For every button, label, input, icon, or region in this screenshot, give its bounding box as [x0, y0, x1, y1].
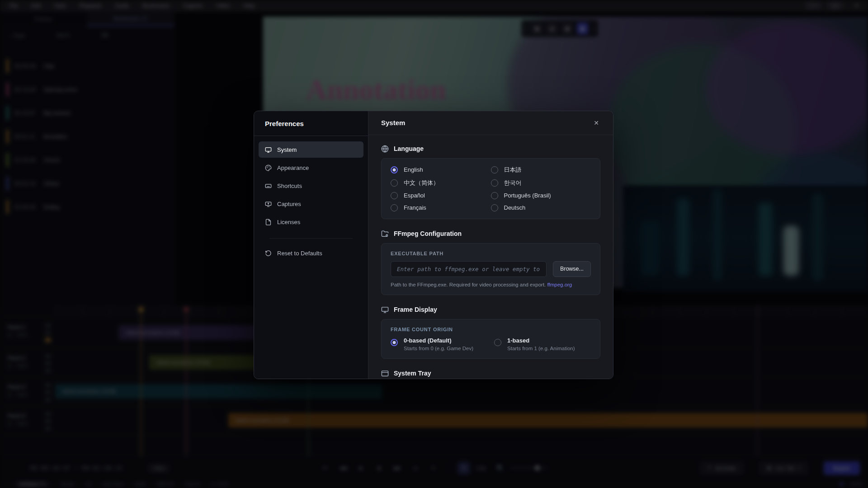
track-toggle-icons[interactable]	[45, 324, 51, 342]
radio-french[interactable]: Français	[391, 204, 491, 211]
skip-end-icon[interactable]: ⏭	[410, 462, 421, 474]
page-title: System	[381, 119, 405, 127]
radio-icon	[391, 192, 398, 199]
loop-icon[interactable]: ↻	[428, 462, 439, 474]
list-item[interactable]: 00:05:08 Clap	[6, 59, 168, 73]
close-window-icon[interactable]: ✕	[849, 1, 864, 9]
window-controls: ─ ▢ ✕	[806, 1, 864, 9]
nav-divider	[269, 238, 353, 239]
list-item[interactable]: 00:02:19 Climax	[6, 177, 168, 190]
menu-audio[interactable]: Audio	[115, 3, 129, 9]
nav-item-captures[interactable]: Captures	[259, 196, 363, 212]
playback-speed[interactable]: 1.0x	[476, 465, 486, 471]
menu-playback[interactable]: Playback	[80, 3, 102, 9]
time-filter-button[interactable]: ‹ Time	[11, 33, 25, 38]
list-item[interactable]: 01:06:00 Ending	[6, 200, 168, 214]
ffmpeg-section-header: FFmpeg Configuration	[381, 230, 600, 238]
sort-button[interactable]: Sort ▾	[57, 33, 70, 38]
radio-spanish[interactable]: Español	[391, 192, 491, 199]
radio-japanese[interactable]: 日本語	[491, 166, 591, 174]
status-right: 00:00	[840, 482, 862, 487]
radio-chinese-simplified[interactable]: 中文（简体）	[391, 179, 491, 187]
toolbar-draw-icon[interactable]: ▤	[546, 23, 558, 34]
menu-bar: File Edit View Playback Audio Bookmarks …	[0, 0, 868, 12]
radio-english[interactable]: English	[391, 166, 491, 174]
timeline-clip[interactable]: Added annotation (13:08)	[55, 384, 382, 399]
menu-video[interactable]: Video	[216, 3, 230, 9]
bookmark-toggle-icon[interactable]: ⚑	[458, 462, 470, 474]
video-preview-secondary[interactable]	[623, 185, 868, 291]
capture-icon	[265, 201, 272, 207]
track-header-4[interactable]: Track 4 1x · 100%	[0, 408, 55, 436]
tab-icon: ▣	[767, 465, 771, 471]
frame-count-origin-label: FRAME COUNT ORIGIN	[391, 327, 591, 332]
track-header-1[interactable]: Track 1 1x · 100%	[0, 320, 55, 348]
radio-icon	[391, 166, 398, 174]
close-icon[interactable]: ✕	[590, 116, 603, 130]
record-icon[interactable]: ●	[373, 462, 385, 474]
timeline-marker-line	[186, 305, 187, 455]
toolbar-next-icon[interactable]: ›	[592, 23, 598, 34]
menu-file[interactable]: File	[9, 3, 18, 9]
next-frame-icon[interactable]: ▶▶	[392, 462, 403, 474]
toolbar-prev-icon[interactable]: ‹	[521, 23, 528, 34]
pen-icon: ✎	[708, 465, 712, 471]
menu-edit[interactable]: Edit	[31, 3, 41, 9]
transport-bar: 00:00:10:07 / 00:02:28:15 24fps ⏮ ◀◀ ▶ ●…	[0, 456, 868, 479]
track-toggle-icons[interactable]	[45, 383, 51, 402]
track-header-2[interactable]: Track 2 1x · 100%	[0, 351, 55, 379]
track-toggle-icons[interactable]	[45, 412, 51, 431]
ffmpeg-path-input[interactable]	[391, 261, 547, 277]
nav-item-reset-defaults[interactable]: Reset to Defaults	[259, 245, 363, 261]
radio-german[interactable]: Deutsch	[491, 204, 591, 211]
nav-item-system[interactable]: System	[259, 141, 363, 158]
menu-help[interactable]: Help	[243, 3, 255, 9]
zoom-slider[interactable]	[510, 467, 548, 469]
radio-icon	[391, 204, 398, 211]
tab-frames[interactable]: Frames	[0, 12, 87, 26]
radio-0-based[interactable]: 0-based (Default) Starts from 0 (e.g. Ga…	[391, 337, 473, 351]
list-item[interactable]: 00:19:07 Big moment	[6, 106, 168, 120]
slider-knob[interactable]	[535, 465, 540, 470]
nav-item-appearance[interactable]: Appearance	[259, 160, 363, 176]
nav-item-licenses[interactable]: Licenses	[259, 214, 363, 230]
maximize-icon[interactable]: ▢	[827, 1, 843, 9]
menu-capture[interactable]: Capture	[183, 3, 203, 9]
tab-bookmarks[interactable]: Bookmarks (7)	[87, 12, 175, 26]
prev-frame-icon[interactable]: ◀◀	[337, 462, 349, 474]
executable-path-label: EXECUTABLE PATH	[391, 251, 591, 256]
preferences-nav: System Appearance Shortcuts Captures Lic…	[254, 136, 368, 267]
toolbar-annotate-icon[interactable]: ▩	[577, 23, 589, 34]
track-header-3[interactable]: Track 3 1x · 100%	[0, 380, 55, 408]
browse-button[interactable]: Browse...	[553, 261, 591, 277]
play-icon[interactable]: ▶	[355, 462, 367, 474]
radio-1-based[interactable]: 1-based Starts from 1 (e.g. Animation)	[494, 337, 575, 351]
list-item[interactable]: 00:01:11 Annotation	[6, 130, 168, 143]
annotation-watermark: Annotation	[306, 73, 446, 107]
radio-icon	[494, 339, 501, 346]
track-toggle-icons[interactable]	[45, 354, 51, 373]
live-tab-button[interactable]: ▣ Live Tab ▾	[759, 461, 808, 475]
zoom-icon[interactable]: 🔍	[497, 465, 504, 471]
clear-icon[interactable]: ⌫	[101, 33, 108, 38]
nav-item-shortcuts[interactable]: Shortcuts	[259, 178, 363, 194]
export-button[interactable]: Export	[824, 461, 860, 475]
chevron-down-icon: ▾	[798, 465, 801, 471]
frame-display-section-header: Frame Display	[381, 306, 600, 314]
timeline-clip[interactable]: Added annotation (13:08)	[228, 413, 868, 427]
toolbar-text-icon[interactable]: ▣	[561, 23, 573, 34]
menu-bookmarks[interactable]: Bookmarks	[142, 3, 170, 9]
current-timecode: 00:00:10:07	[30, 465, 71, 471]
radio-korean[interactable]: 한국어	[491, 179, 591, 187]
toolbar-pointer-icon[interactable]: ▦	[531, 23, 543, 34]
menu-view[interactable]: View	[54, 3, 66, 9]
annotate-button[interactable]: ✎ Annotate	[700, 461, 744, 475]
ffmpeg-org-link[interactable]: ffmpeg.org	[547, 282, 572, 287]
language-options: English 日本語 中文（简体） 한국어	[391, 166, 591, 211]
list-item[interactable]: 01:04:09 Church	[6, 153, 168, 167]
list-item[interactable]: 00:14:08 Opening scene	[6, 83, 168, 96]
minimize-icon[interactable]: ─	[806, 1, 821, 9]
keyboard-icon	[265, 183, 272, 189]
radio-portuguese-brasil[interactable]: Português (Brasil)	[491, 192, 591, 199]
skip-start-icon[interactable]: ⏮	[319, 462, 331, 474]
